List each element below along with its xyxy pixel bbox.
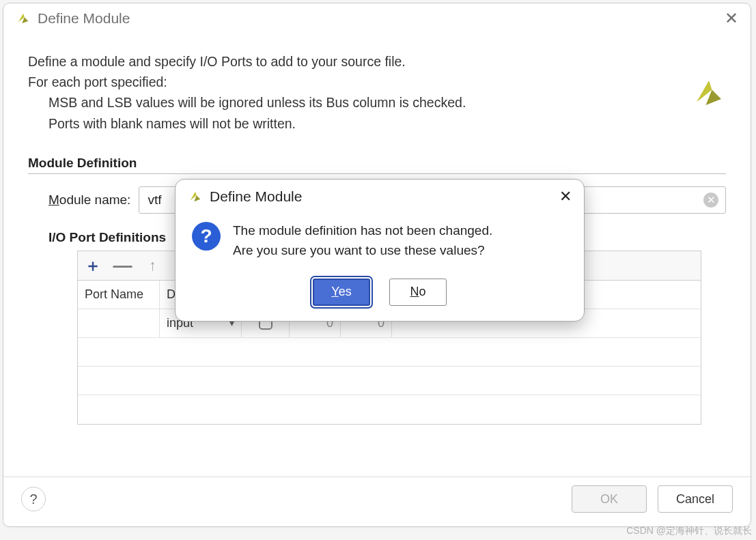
table-row[interactable] bbox=[78, 338, 701, 367]
app-logo-icon bbox=[188, 189, 203, 204]
cell-port-name[interactable] bbox=[78, 309, 160, 337]
app-logo-icon bbox=[16, 11, 31, 26]
module-definition-heading: Module Definition bbox=[28, 156, 726, 174]
intro-line: Ports with blank names will not be writt… bbox=[28, 113, 726, 134]
window-titlebar: Define Module ✕ bbox=[3, 3, 751, 31]
help-button[interactable]: ? bbox=[21, 487, 46, 511]
confirm-dialog: Define Module ✕ ? The module definition … bbox=[175, 179, 585, 322]
window-footer: ? OK Cancel bbox=[3, 477, 751, 526]
intro-line: Define a module and specify I/O Ports to… bbox=[28, 51, 726, 72]
remove-port-button[interactable]: — bbox=[108, 251, 138, 281]
move-up-button[interactable]: ↑ bbox=[138, 251, 168, 281]
window-close-button[interactable]: ✕ bbox=[725, 10, 738, 27]
intro-line: MSB and LSB values will be ignored unles… bbox=[28, 92, 726, 113]
dialog-msg-line: Are you sure you want to use these value… bbox=[233, 240, 492, 260]
window-title: Define Module bbox=[38, 10, 130, 27]
dialog-msg-line: The module definition has not been chang… bbox=[233, 221, 492, 240]
dialog-body: ? The module definition has not been cha… bbox=[176, 211, 584, 266]
clear-input-button[interactable]: ✕ bbox=[703, 193, 718, 208]
add-port-button[interactable]: ＋ bbox=[78, 251, 108, 281]
ok-button: OK bbox=[572, 485, 647, 513]
dialog-title: Define Module bbox=[210, 188, 302, 205]
module-name-label: Module name: bbox=[48, 193, 130, 208]
table-row[interactable] bbox=[78, 395, 701, 424]
watermark-text: CSDN @定海神针、说长就长 bbox=[626, 525, 752, 537]
vivado-logo-icon bbox=[690, 74, 727, 111]
intro-line: For each port specified: bbox=[28, 72, 726, 92]
dialog-close-button[interactable]: ✕ bbox=[559, 188, 572, 205]
yes-button[interactable]: Yes bbox=[313, 279, 370, 306]
col-port-name: Port Name bbox=[78, 281, 160, 309]
cancel-button[interactable]: Cancel bbox=[658, 485, 733, 513]
question-icon: ? bbox=[192, 222, 221, 251]
table-row[interactable] bbox=[78, 367, 701, 395]
no-button[interactable]: No bbox=[389, 279, 447, 306]
dialog-message: The module definition has not been chang… bbox=[233, 221, 492, 261]
intro-text: Define a module and specify I/O Ports to… bbox=[28, 51, 726, 134]
dialog-titlebar: Define Module ✕ bbox=[176, 180, 584, 211]
dialog-button-row: Yes No bbox=[176, 266, 584, 321]
